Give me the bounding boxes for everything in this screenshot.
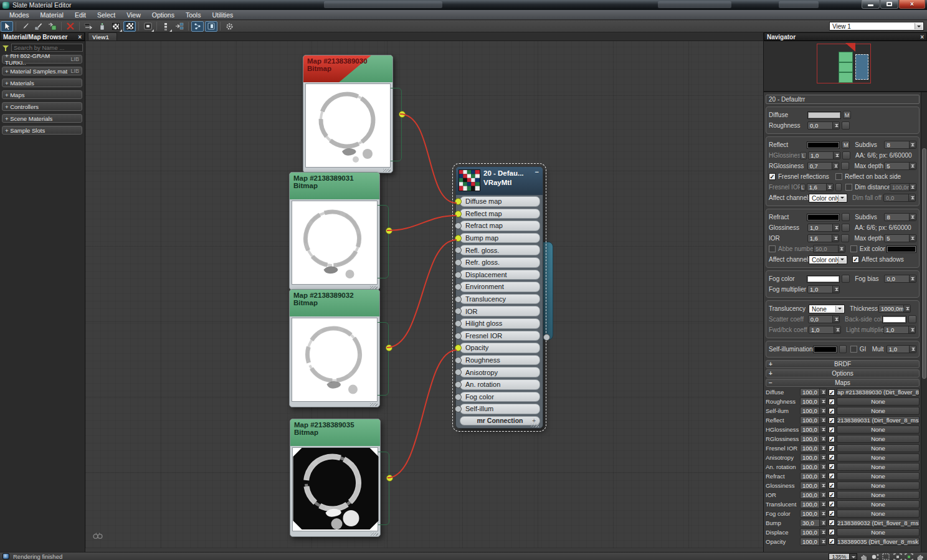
self-illumination-swatch[interactable] [813, 346, 837, 353]
move-children-button[interactable] [82, 21, 95, 32]
mr-connection-rollout[interactable]: mr Connection + [460, 416, 540, 425]
select-tool-button[interactable] [1, 21, 13, 32]
map-amount-spinner[interactable]: 100,0 [800, 528, 827, 536]
output-socket[interactable] [386, 475, 393, 482]
affect-shadows-checkbox[interactable]: ✓ [852, 256, 859, 263]
menu-item[interactable]: Utilities [206, 10, 239, 20]
map-assign-button[interactable]: None [837, 444, 920, 452]
browser-group[interactable]: + Controllers [2, 102, 82, 111]
input-socket[interactable] [455, 333, 462, 339]
hglossiness-lock-button[interactable]: L [800, 152, 807, 159]
menu-item[interactable]: Options [146, 10, 180, 20]
map-assign-button[interactable]: None [837, 407, 920, 415]
dim-distance-checkbox[interactable] [845, 184, 852, 191]
fresnel-ior-spinner[interactable]: 1,6 [807, 183, 834, 191]
map-assign-button[interactable]: None [837, 472, 920, 480]
fog-multiplier-spinner[interactable]: 1,0 [807, 285, 840, 293]
mult-spinner[interactable]: 1,0 [887, 345, 916, 353]
fresnel-ior-lock-button[interactable]: L [800, 184, 806, 191]
material-slot[interactable]: Refract map [460, 221, 540, 231]
refract-map-button[interactable] [842, 213, 850, 221]
input-socket[interactable] [455, 308, 462, 315]
material-slot[interactable]: Refl. gloss. [460, 245, 540, 255]
minimize-button[interactable] [862, 0, 880, 9]
show-end-result-button[interactable] [141, 21, 154, 32]
resize-grip[interactable] [531, 424, 539, 427]
browser-group[interactable]: + Scene Materials [2, 114, 82, 123]
show-shaded-material-button[interactable] [123, 21, 136, 32]
refract-subdivs-spinner[interactable]: 8 [884, 213, 916, 221]
map-amount-spinner[interactable]: 100,0 [800, 388, 827, 396]
fresnel-reflections-checkbox[interactable]: ✓ [769, 173, 776, 180]
map-enable-checkbox[interactable]: ✓ [829, 445, 835, 452]
output-socket[interactable] [386, 227, 392, 234]
scrollbar-thumb[interactable] [922, 148, 926, 379]
binoculars-icon[interactable] [93, 532, 103, 539]
reflect-back-side-checkbox[interactable] [835, 173, 842, 180]
material-slot[interactable]: Roughness [460, 355, 540, 366]
abbe-number-spinner[interactable]: 50,0 [813, 245, 845, 253]
layout-all-button[interactable] [159, 21, 172, 32]
map-node-2138389030[interactable]: Map #2138389030 Bitmap [303, 55, 393, 173]
map-assign-button[interactable]: 2138389031 (Dirt_flover_8_msk.jpg) [837, 416, 920, 424]
pick-material-button[interactable] [19, 21, 31, 32]
put-to-library-button[interactable] [46, 21, 59, 32]
map-assign-button[interactable]: None [837, 463, 920, 471]
browser-group[interactable]: + Material Samples.mat LIB [2, 67, 82, 75]
output-socket[interactable] [386, 344, 392, 351]
material-slot[interactable]: Refr. gloss. [460, 257, 540, 268]
zoom-in-out-icon[interactable] [870, 553, 880, 560]
navigator-header[interactable]: Navigator × [764, 32, 927, 41]
material-node-vraymtl[interactable]: 20 - Defau... VRayMtl − Diffuse map Refl… [455, 166, 543, 429]
map-enable-checkbox[interactable]: ✓ [829, 510, 835, 516]
map-enable-checkbox[interactable]: ✓ [829, 501, 835, 507]
glossiness-spinner[interactable]: 1,0 [807, 224, 840, 232]
map-enable-checkbox[interactable]: ✓ [829, 389, 835, 396]
material-name-field[interactable]: 20 - Defaultrr [766, 95, 920, 104]
map-enable-checkbox[interactable]: ✓ [829, 399, 835, 405]
map-assign-button[interactable]: None [837, 491, 920, 499]
input-socket[interactable] [455, 369, 462, 376]
material-slot[interactable]: Translucency [460, 294, 540, 305]
material-slot[interactable]: Fog color [460, 392, 540, 402]
zoom-extents-selected-icon[interactable] [904, 553, 913, 560]
tab-view1[interactable]: View1 [88, 32, 117, 40]
menu-item[interactable]: Material [35, 10, 69, 20]
material-slot[interactable]: Self-illum [460, 404, 540, 414]
hglossiness-map-button[interactable] [842, 151, 850, 159]
map-amount-spinner[interactable]: 100,0 [800, 425, 827, 434]
backside-color-swatch[interactable] [882, 316, 906, 323]
map-enable-checkbox[interactable]: ✓ [829, 482, 835, 488]
rollout-options[interactable]: +Options [766, 369, 920, 377]
light-multiplier-spinner[interactable]: 1,0 [883, 326, 916, 334]
subdivs-spinner[interactable]: 8 [884, 141, 916, 149]
menu-item[interactable]: Tools [180, 10, 207, 20]
abbe-number-checkbox[interactable] [769, 245, 776, 252]
map-node-header[interactable]: Map #2138389032 Bitmap [290, 290, 379, 316]
input-socket[interactable] [455, 259, 462, 266]
output-socket[interactable] [399, 111, 406, 118]
map-amount-spinner[interactable]: 100,0 [800, 510, 827, 518]
material-slot[interactable]: Opacity [460, 343, 540, 353]
fog-color-map-button[interactable] [842, 275, 850, 283]
map-amount-spinner[interactable]: 100,0 [800, 397, 827, 406]
max-depth-spinner[interactable]: 5 [884, 162, 916, 170]
input-socket[interactable] [455, 381, 462, 388]
self-illumination-map-button[interactable] [839, 345, 847, 353]
map-enable-checkbox[interactable]: ✓ [829, 473, 835, 479]
map-enable-checkbox[interactable]: ✓ [829, 520, 835, 526]
glossiness-map-button[interactable] [842, 224, 850, 232]
material-slot[interactable]: Fresnel IOR [460, 331, 540, 341]
fresnel-ior-map-button[interactable] [835, 183, 842, 191]
material-slot[interactable]: Hilight gloss [460, 318, 540, 329]
backside-map-button[interactable] [908, 315, 916, 323]
map-enable-checkbox[interactable]: ✓ [829, 454, 835, 460]
resize-grip[interactable] [371, 533, 378, 536]
input-socket[interactable] [455, 198, 462, 205]
browser-group[interactable]: + Sample Slots [2, 126, 82, 135]
browser-group[interactable]: + RH 802-GRAM TURKI.. LIB [2, 55, 82, 64]
map-amount-spinner[interactable]: 100,0 [800, 538, 827, 546]
pick-sample-button[interactable] [32, 21, 45, 32]
map-amount-spinner[interactable]: 100,0 [800, 453, 827, 462]
material-slot[interactable]: Environment [460, 282, 540, 292]
